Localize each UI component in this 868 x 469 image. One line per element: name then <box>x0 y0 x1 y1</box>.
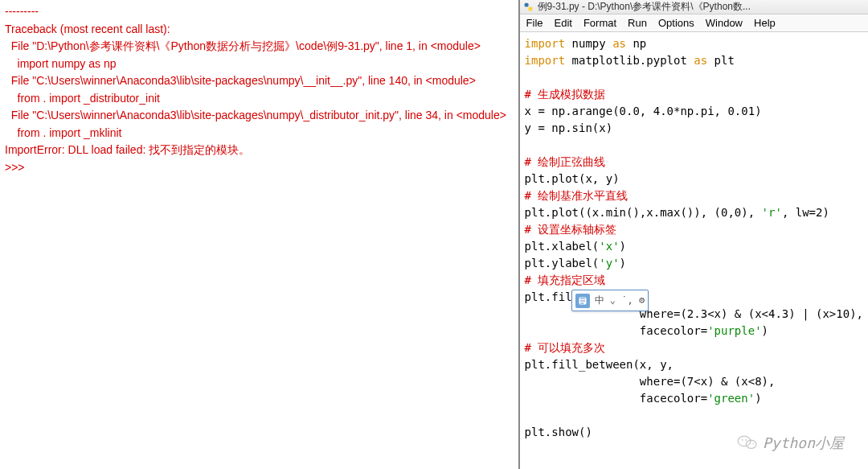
window-title: 例9-31.py - D:\Python\参考课件资料\《Python数... <box>538 0 751 14</box>
code-line: import numpy as np <box>525 35 863 52</box>
python-icon <box>523 2 534 13</box>
window-titlebar: 例9-31.py - D:\Python\参考课件资料\《Python数... <box>520 0 868 14</box>
keyword-as: as <box>612 37 626 50</box>
trace-line: Traceback (most recent call last): <box>5 21 514 39</box>
menu-help[interactable]: Help <box>754 17 776 29</box>
code-line: y = np.sin(x) <box>525 120 863 137</box>
keyword-as: as <box>694 54 707 67</box>
svg-rect-1 <box>529 7 533 11</box>
code-comment: # 生成模拟数据 <box>525 86 863 103</box>
menu-edit[interactable]: Edit <box>555 17 572 29</box>
trace-line: from . import _mklinit <box>5 125 514 142</box>
code-line: import matplotlib.pyplot as plt <box>525 52 863 69</box>
code-comment: # 绘制基准水平直线 <box>525 187 863 204</box>
code-line <box>525 407 863 424</box>
svg-point-7 <box>749 443 751 445</box>
code-editor[interactable]: import numpy as np import matplotlib.pyp… <box>520 32 868 469</box>
menu-file[interactable]: File <box>526 17 543 29</box>
code-line: plt.plot((x.min(),x.max()), (0,0), 'r', … <box>525 204 863 221</box>
svg-rect-0 <box>525 3 529 7</box>
trace-line: import numpy as np <box>5 56 514 73</box>
code-line: plt.plot(x, y) <box>525 171 863 187</box>
code-line: plt.xlabel('x') <box>525 238 863 255</box>
svg-point-6 <box>745 439 747 441</box>
trace-line: File "D:\Python\参考课件资料\《Python数据分析与挖掘》\c… <box>5 38 514 56</box>
trace-line: File "C:\Users\winner\Anaconda3\lib\site… <box>5 72 514 90</box>
console-pane: --------- Traceback (most recent call la… <box>0 0 520 469</box>
code-comment: # 设置坐标轴标签 <box>525 221 863 238</box>
code-line <box>525 137 863 154</box>
menu-bar: File Edit Format Run Options Window Help <box>520 14 868 32</box>
code-comment: # 可以填充多次 <box>525 339 863 356</box>
code-line: facecolor='green') <box>525 390 863 407</box>
watermark: Python小屋 <box>737 434 844 451</box>
trace-line: from . import _distributor_init <box>5 90 514 108</box>
svg-point-4 <box>746 440 756 448</box>
code-comment: # 填充指定区域 <box>525 272 863 289</box>
menu-options[interactable]: Options <box>658 17 694 29</box>
keyword-import: import <box>525 37 566 50</box>
code-line: where=(7<x) & (x<8), <box>525 373 863 390</box>
menu-window[interactable]: Window <box>706 17 743 29</box>
code-comment: # 绘制正弦曲线 <box>525 154 863 171</box>
prompt[interactable]: >>> <box>5 159 514 177</box>
wechat-icon <box>737 434 758 451</box>
svg-point-5 <box>742 439 743 441</box>
code-line: plt.fill_between(x, y, <box>525 356 863 373</box>
editor-pane: 例9-31.py - D:\Python\参考课件资料\《Python数... … <box>520 0 868 469</box>
menu-format[interactable]: Format <box>583 17 616 29</box>
svg-point-8 <box>752 443 754 445</box>
code-line <box>525 69 863 86</box>
menu-run[interactable]: Run <box>628 17 647 29</box>
code-line: x = np.arange(0.0, 4.0*np.pi, 0.01) <box>525 103 863 120</box>
separator: --------- <box>5 3 514 21</box>
trace-line: ImportError: DLL load failed: 找不到指定的模块。 <box>5 142 514 159</box>
ime-text: 中 ⌄ ˙, ⚙ <box>595 292 645 309</box>
trace-line: File "C:\Users\winner\Anaconda3\lib\site… <box>5 107 514 125</box>
code-line: facecolor='purple') <box>525 323 863 339</box>
watermark-text: Python小屋 <box>763 434 844 451</box>
traceback-output[interactable]: --------- Traceback (most recent call la… <box>5 3 514 176</box>
ime-icon[interactable] <box>575 294 590 308</box>
keyword-import: import <box>525 54 566 67</box>
code-line: plt.ylabel('y') <box>525 255 863 272</box>
ime-toolbar[interactable]: 中 ⌄ ˙, ⚙ <box>571 290 649 311</box>
